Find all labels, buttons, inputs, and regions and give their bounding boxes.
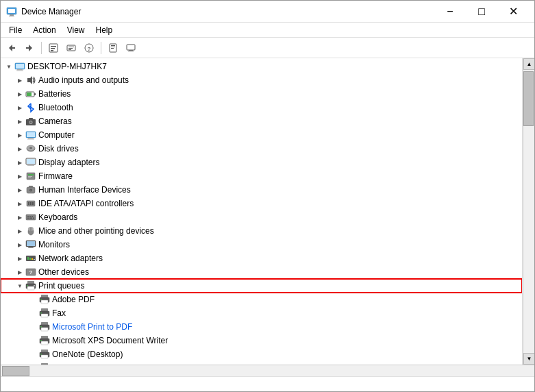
svg-rect-13: [69, 47, 74, 47]
expand-audio[interactable]: ▶: [14, 75, 25, 86]
expand-root[interactable]: ▼: [3, 61, 14, 72]
network-label: Network adapters: [38, 254, 103, 263]
svg-rect-50: [28, 176, 32, 177]
menu-view[interactable]: View: [62, 24, 90, 36]
svg-rect-61: [27, 216, 29, 217]
expand-printqueues[interactable]: ▼: [14, 280, 25, 291]
scroll-up-button[interactable]: ▲: [523, 58, 534, 70]
mice-icon: [25, 225, 36, 236]
tree-item-fax[interactable]: ▶ Fax: [1, 306, 522, 320]
menu-help[interactable]: Help: [90, 24, 119, 36]
tree-item-printqueues[interactable]: ▼ Print queues: [1, 279, 522, 293]
tree-item-disk[interactable]: ▶ Disk drives: [1, 142, 522, 156]
expand-firmware[interactable]: ▶: [14, 171, 25, 182]
expand-other[interactable]: ▶: [14, 267, 25, 278]
expand-ide[interactable]: ▶: [14, 198, 25, 209]
expand-monitors[interactable]: ▶: [14, 239, 25, 250]
expand-display[interactable]: ▶: [14, 157, 25, 168]
tree-item-keyboards[interactable]: ▶ Keyboards: [1, 210, 522, 224]
toolbar-update[interactable]: [105, 40, 121, 56]
toolbar-help[interactable]: ?: [81, 40, 97, 56]
vertical-scrollbar[interactable]: ▲ ▼: [523, 58, 534, 365]
svg-rect-19: [111, 45, 115, 46]
svg-rect-51: [28, 177, 31, 178]
svg-rect-100: [41, 341, 48, 345]
adobe-label: Adobe PDF: [52, 295, 95, 304]
svg-rect-2: [10, 14, 14, 16]
other-icon: ?: [25, 267, 36, 278]
svg-rect-46: [28, 164, 34, 165]
tree-item-monitors[interactable]: ▶ Monitors: [1, 238, 522, 252]
disk-icon: [25, 143, 36, 154]
scroll-down-button[interactable]: ▼: [523, 353, 534, 365]
svg-rect-62: [29, 216, 31, 217]
svg-rect-9: [51, 46, 56, 47]
scroll-track[interactable]: [523, 70, 534, 353]
minimize-button[interactable]: −: [434, 1, 466, 23]
h-scroll-thumb[interactable]: [2, 366, 29, 376]
expand-computer[interactable]: ▶: [14, 130, 25, 140]
svg-rect-66: [33, 218, 34, 219]
monitor-icon: [25, 239, 36, 250]
tree-item-adobe[interactable]: ▶ Adobe PDF: [1, 293, 522, 306]
svg-point-43: [29, 147, 32, 149]
computer2-icon: [25, 130, 36, 140]
toolbar-back[interactable]: [3, 40, 20, 56]
svg-rect-105: [40, 354, 42, 355]
bluetooth-label: Bluetooth: [38, 103, 73, 112]
device-manager-window: Device Manager − □ ✕ File Action View He…: [0, 0, 535, 392]
tree-item-computer[interactable]: ▶ Computer: [1, 128, 522, 142]
scroll-thumb[interactable]: [523, 71, 534, 126]
cameras-label: Cameras: [38, 117, 72, 126]
tree-item-ide[interactable]: ▶ IDE ATA/ATAPI controllers: [1, 197, 522, 210]
svg-rect-57: [28, 202, 29, 205]
toolbar-forward[interactable]: [21, 40, 38, 56]
expand-hid[interactable]: ▶: [14, 184, 25, 195]
expand-mice[interactable]: ▶: [14, 225, 25, 236]
mspdf-label: Microsoft Print to PDF: [52, 322, 132, 332]
hid-icon: [25, 184, 36, 195]
toolbar-monitor[interactable]: [123, 40, 139, 56]
menu-action[interactable]: Action: [27, 24, 61, 36]
expand-batteries[interactable]: ▶: [14, 88, 25, 99]
tree-item-xps[interactable]: ▶ Microsoft XPS Document Writer: [1, 334, 522, 347]
maximize-button[interactable]: □: [466, 1, 497, 23]
h-scroll-track[interactable]: [1, 365, 523, 376]
tree-item-display[interactable]: ▶ Display adapters: [1, 156, 522, 169]
toolbar-properties[interactable]: [45, 40, 62, 56]
svg-rect-88: [41, 300, 48, 304]
svg-rect-36: [29, 118, 33, 120]
tree-item-batteries[interactable]: ▶ Batteries: [1, 87, 522, 101]
tree-item-other[interactable]: ▶ ? Other devices: [1, 265, 522, 279]
tree-item-mspdf[interactable]: ▶ Microsoft Print to PDF: [1, 320, 522, 334]
expand-disk[interactable]: ▶: [14, 143, 25, 154]
tree-item-audio[interactable]: ▶ Audio inputs and outputs: [1, 73, 522, 87]
tree-item-hid[interactable]: ▶ Human Interface Devices: [1, 183, 522, 197]
tree-item-mice[interactable]: ▶ Mice and other pointing devices: [1, 224, 522, 238]
root-label: DESKTOP-MHJ7HK7: [27, 62, 107, 71]
expand-network[interactable]: ▶: [14, 253, 25, 264]
tree-panel[interactable]: ▼ DESKTOP-MHJ7HK7 ▶: [1, 58, 523, 365]
svg-rect-101: [40, 340, 42, 341]
monitors-label: Monitors: [38, 240, 70, 249]
expand-bluetooth[interactable]: ▶: [14, 102, 25, 113]
tree-item-firmware[interactable]: ▶ Firmware: [1, 169, 522, 183]
close-button[interactable]: ✕: [497, 1, 529, 23]
svg-rect-72: [29, 247, 33, 247]
toolbar-view-devices[interactable]: [63, 40, 79, 56]
computer-icon: [14, 61, 25, 72]
title-bar-controls: − □ ✕: [434, 1, 529, 23]
tree-root[interactable]: ▼ DESKTOP-MHJ7HK7: [1, 60, 522, 73]
tree-item-onenote[interactable]: ▶ OneNote (Desktop): [1, 347, 522, 361]
tree-item-network[interactable]: ▶ Network adapters: [1, 252, 522, 265]
svg-rect-39: [28, 138, 34, 139]
display-icon: [25, 157, 36, 168]
tree-item-bluetooth[interactable]: ▶ Bluetooth: [1, 101, 522, 114]
expand-cameras[interactable]: ▶: [14, 116, 25, 127]
menu-file[interactable]: File: [3, 24, 27, 36]
expand-keyboards[interactable]: ▶: [14, 212, 25, 223]
toolbar-sep-2: [101, 42, 101, 54]
toolbar-sep-1: [41, 42, 42, 54]
svg-rect-77: [32, 258, 33, 260]
tree-item-cameras[interactable]: ▶ Cameras: [1, 114, 522, 128]
